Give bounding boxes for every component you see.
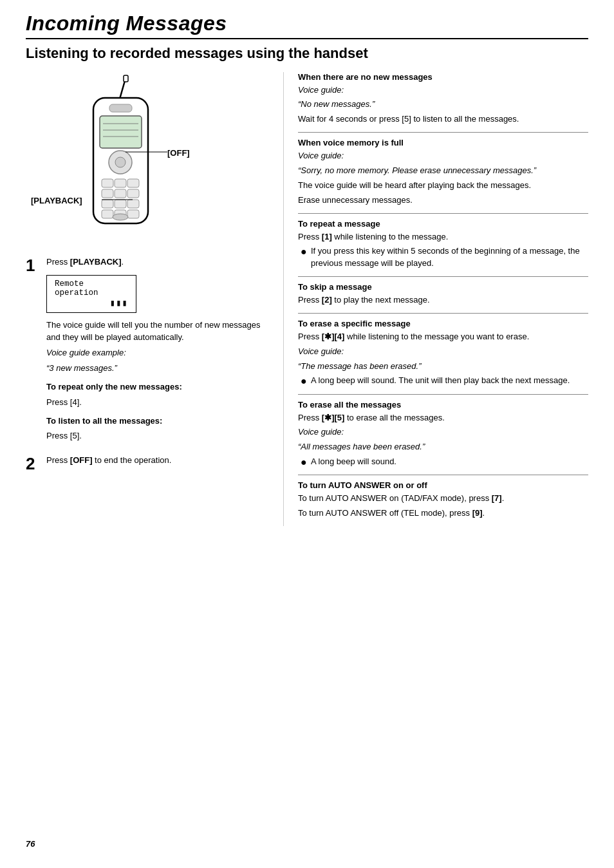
svg-rect-1 [124, 75, 128, 82]
section-voice-memory-title: When voice memory is full [298, 138, 588, 147]
section-erase-all-title: To erase all the messages [298, 400, 588, 410]
svg-point-22 [113, 214, 128, 220]
s1-l0: Voice guide: [298, 150, 588, 162]
s4-bullet-0-text: A long beep will sound. The unit will th… [311, 375, 588, 387]
main-content: [OFF] [PLAYBACK] 1 Press [PLAYBACK]. Rem… [26, 72, 588, 526]
section-no-new-messages: When there are no new messages Voice gui… [298, 72, 588, 126]
playback-label: [PLAYBACK] [31, 196, 82, 205]
step-2-number: 2 [26, 455, 40, 473]
step-1-sub1-text: Press [4]. [46, 397, 264, 409]
svg-rect-16 [102, 200, 113, 208]
step-1-sub2: To listen to all the messages: Press [5]… [46, 415, 264, 443]
section-repeat-message: To repeat a message Press [1] while list… [298, 213, 588, 270]
svg-rect-15 [127, 189, 139, 198]
step-1-sub1: To repeat only the new messages: Press [… [46, 381, 264, 409]
section-erase-all: To erase all the messages Press [✱][5] t… [298, 394, 588, 469]
s1-l3: Erase unnecessary messages. [298, 194, 588, 207]
step-1-content: Press [PLAYBACK]. Remote operation ▮▮▮ T… [46, 256, 264, 446]
remote-signal: ▮▮▮ [55, 297, 128, 308]
s5-l1: Voice guide: [298, 426, 588, 439]
s0-l0: Voice guide: [298, 84, 588, 97]
section-repeat-title: To repeat a message [298, 219, 588, 229]
step-2-content: Press [OFF] to end the operation. [46, 455, 264, 473]
step-1-desc: The voice guide will tell you the number… [46, 319, 264, 344]
section-no-new-messages-title: When there are no new messages [298, 72, 588, 82]
s0-l2: Wait for 4 seconds or press [5] to liste… [298, 113, 588, 126]
bullet-dot-2: ● [301, 375, 307, 387]
s5-bullet-0-text: A long beep will sound. [311, 456, 588, 468]
bullet-dot-3: ● [301, 456, 307, 468]
section-auto-answer: To turn AUTO ANSWER on or off To turn AU… [298, 475, 588, 520]
remote-line2: operation [55, 288, 128, 297]
svg-rect-13 [102, 189, 113, 198]
s2-bullet-0-text: If you press this key within 5 seconds o… [311, 245, 588, 270]
page-header: Incoming Messages [26, 12, 588, 39]
svg-rect-14 [115, 189, 126, 198]
remote-line1: Remote [55, 279, 128, 288]
svg-rect-17 [115, 200, 126, 208]
page-number: 76 [26, 839, 35, 849]
step-1-sub2-label: To listen to all the messages: [46, 415, 264, 428]
bullet-dot: ● [301, 245, 307, 270]
s4-l0: Press [✱][4] while listening to the mess… [298, 331, 588, 343]
section-auto-answer-title: To turn AUTO ANSWER on or off [298, 480, 588, 490]
section-skip-message: To skip a message Press [2] to play the … [298, 276, 588, 307]
step-1-vg-text: “3 new messages.” [46, 363, 264, 375]
page-title: Incoming Messages [26, 12, 588, 35]
remote-box: Remote operation ▮▮▮ [46, 275, 136, 313]
right-column: When there are no new messages Voice gui… [283, 72, 588, 526]
s1-l1: “Sorry, no more memory. Please erase unn… [298, 165, 588, 177]
section-erase-specific: To erase a specific message Press [✱][4]… [298, 313, 588, 388]
section-title: Listening to recorded messages using the… [26, 44, 588, 63]
step-1: 1 Press [PLAYBACK]. Remote operation ▮▮▮… [26, 256, 264, 446]
step-1-number: 1 [26, 256, 40, 446]
step-1-sub2-text: Press [5]. [46, 430, 264, 442]
svg-point-9 [115, 157, 126, 167]
s5-bullet-0: ● A long beep will sound. [301, 456, 588, 468]
s5-l2: “All messages have been erased.” [298, 441, 588, 453]
step-1-action: Press [PLAYBACK]. [46, 256, 264, 269]
s5-l0: Press [✱][5] to erase all the messages. [298, 412, 588, 424]
off-label: [OFF] [167, 148, 190, 158]
handset-image [64, 72, 167, 246]
section-erase-specific-title: To erase a specific message [298, 319, 588, 328]
section-voice-memory: When voice memory is full Voice guide: “… [298, 132, 588, 206]
s4-l1: Voice guide: [298, 346, 588, 358]
step-2: 2 Press [OFF] to end the operation. [26, 455, 264, 473]
step-1-vg-label: Voice guide example: [46, 347, 264, 359]
left-column: [OFF] [PLAYBACK] 1 Press [PLAYBACK]. Rem… [26, 72, 264, 526]
s0-l1: “No new messages.” [298, 99, 588, 111]
svg-rect-12 [127, 179, 139, 187]
s3-l0: Press [2] to play the next message. [298, 294, 588, 307]
playback-line [102, 199, 134, 200]
s6-l1: To turn AUTO ANSWER off (TEL mode), pres… [298, 507, 588, 520]
svg-rect-3 [109, 104, 132, 112]
s4-bullet-0: ● A long beep will sound. The unit will … [301, 375, 588, 387]
svg-rect-10 [102, 179, 113, 187]
off-line [126, 151, 171, 153]
handset-diagram: [OFF] [PLAYBACK] [26, 72, 232, 246]
step-1-sub1-label: To repeat only the new messages: [46, 381, 264, 393]
svg-rect-18 [127, 200, 139, 208]
svg-rect-11 [115, 179, 126, 187]
svg-rect-19 [102, 210, 113, 218]
s1-l2: The voice guide will be heard after play… [298, 180, 588, 192]
s2-l0: Press [1] while listening to the message… [298, 231, 588, 243]
svg-rect-21 [127, 210, 139, 218]
s2-bullet-0: ● If you press this key within 5 seconds… [301, 245, 588, 270]
s6-l0: To turn AUTO ANSWER on (TAD/FAX mode), p… [298, 493, 588, 505]
s4-l2: “The message has been erased.” [298, 361, 588, 373]
section-skip-title: To skip a message [298, 282, 588, 292]
svg-rect-4 [100, 116, 142, 148]
step-2-action: Press [OFF] to end the operation. [46, 455, 264, 467]
